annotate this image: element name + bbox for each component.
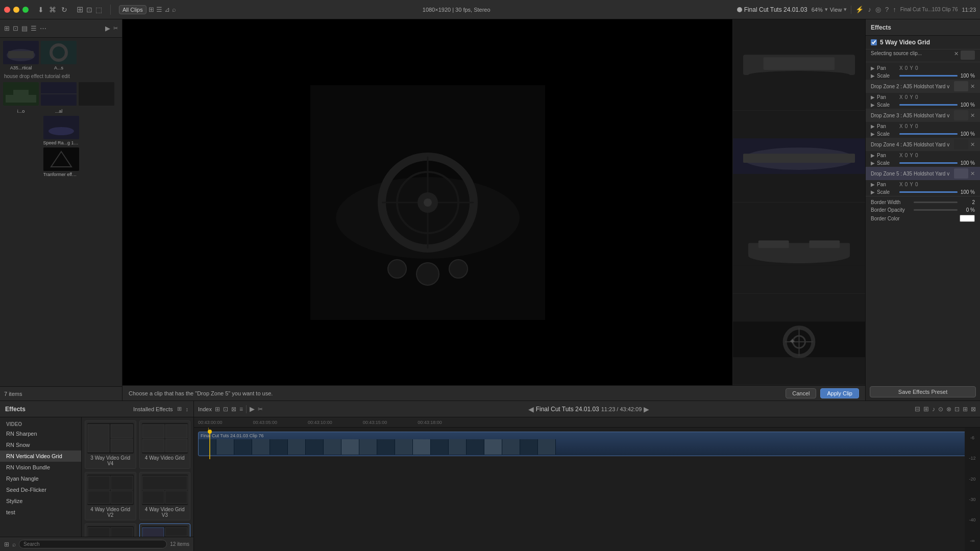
media-thumb[interactable]: Speed Ra...g 101 Edit xyxy=(3,116,119,145)
clip-cut-icon[interactable]: ✂ xyxy=(258,406,263,413)
border-width-label: Border Width xyxy=(871,199,912,205)
scale-slider[interactable] xyxy=(899,75,958,77)
view-button[interactable]: View xyxy=(830,7,842,13)
preview-area: ✦ xyxy=(122,19,865,385)
cat-rn-sharpen[interactable]: RN Sharpen xyxy=(0,428,81,439)
clip-btn[interactable]: ✂ xyxy=(113,25,118,32)
next-btn[interactable]: ▶ xyxy=(644,405,649,413)
drop-zone-2: Drop Zone 2 : A35 Holdshot Yard v ✕ xyxy=(866,80,980,93)
collapse-icon[interactable]: ▶ xyxy=(871,94,875,100)
effect-enable-checkbox[interactable] xyxy=(871,39,877,45)
filmstrip-btn[interactable]: ⊡ xyxy=(13,24,18,32)
tl-icon3[interactable]: ⊠ xyxy=(231,406,236,413)
collapse-icon[interactable]: ▶ xyxy=(871,65,875,71)
list-view-icon[interactable]: ☰ xyxy=(156,6,162,13)
dz-remove-btn[interactable]: ✕ xyxy=(970,112,975,119)
playhead-marker xyxy=(208,428,209,432)
effect-label: 4 Way Video Grid V2 xyxy=(87,507,134,518)
cat-stylize[interactable]: Stylize xyxy=(0,495,81,507)
search-lib-icon[interactable]: ⌕ xyxy=(12,541,16,548)
track-clip[interactable]: Final Cut Tuts 24.01.03 Clip 76 xyxy=(198,432,976,456)
record-icon xyxy=(737,7,742,12)
cat-test[interactable]: test xyxy=(0,507,81,518)
media-thumb[interactable]: A35...rtical xyxy=(3,41,39,70)
cat-seed[interactable]: Seed De-Flicker xyxy=(0,484,81,495)
tl-icon4[interactable]: ≡ xyxy=(239,406,243,413)
effect-3way-v4[interactable]: 3 Way Video Grid V4 xyxy=(85,420,136,469)
search-icon[interactable]: ⌕ xyxy=(172,6,176,13)
grid-view-icon[interactable]: ⊞ xyxy=(149,6,154,13)
cat-ryan-nangle[interactable]: Ryan Nangle xyxy=(0,473,81,484)
thumb-label: A...s xyxy=(41,65,77,70)
preview-side: ✦ xyxy=(732,19,865,385)
border-opacity-slider[interactable] xyxy=(914,209,958,211)
sync-icon[interactable]: ↻ xyxy=(61,6,67,14)
tl-snap-icon[interactable]: ⊡ xyxy=(954,406,960,413)
border-opacity-row: Border Opacity 0 % xyxy=(871,206,975,214)
cat-rn-vertical[interactable]: RN Vertical Video Grid xyxy=(0,450,81,462)
media-thumb[interactable] xyxy=(79,82,114,107)
close-button[interactable] xyxy=(4,7,10,13)
dz-remove-btn[interactable]: ✕ xyxy=(970,170,975,177)
tl-icon1[interactable]: ⊞ xyxy=(215,406,220,413)
download-icon[interactable]: ⬇ xyxy=(38,6,44,14)
effect-4way-v3[interactable]: 4 Way Video Grid V3 xyxy=(139,472,191,520)
border-width-row: Border Width 2 xyxy=(871,198,975,206)
media-thumb[interactable]: Tranformer effect edit xyxy=(3,147,119,177)
effect-5way[interactable]: 5 Way Video Grid xyxy=(139,523,191,537)
sort-btn[interactable]: ☰ xyxy=(31,24,37,32)
search-input[interactable] xyxy=(19,540,167,548)
minimize-button[interactable] xyxy=(13,7,19,13)
zoom-dropdown-icon[interactable]: ▾ xyxy=(825,6,828,13)
media-thumb[interactable] xyxy=(3,82,39,107)
scale-slider-4[interactable] xyxy=(899,162,958,164)
effect-name: 5 Way Video Grid xyxy=(880,39,930,46)
tl-zoom-in[interactable]: ⊞ xyxy=(923,405,929,413)
sort2-button[interactable]: ↕ xyxy=(186,406,189,412)
dz-remove-btn[interactable]: ✕ xyxy=(970,141,975,148)
border-color-swatch[interactable] xyxy=(960,215,975,222)
tl-fullscreen-icon[interactable]: ⊠ xyxy=(971,406,976,413)
sort-button[interactable]: ⊞ xyxy=(177,406,182,412)
dz-remove-btn[interactable]: ✕ xyxy=(970,83,975,90)
scale-slider-3[interactable] xyxy=(899,133,958,135)
maximize-button[interactable] xyxy=(22,7,29,13)
apply-clip-button[interactable]: Apply Clip xyxy=(820,388,859,398)
dz1-x-btn[interactable]: ✕ xyxy=(954,51,959,57)
list-view-btn[interactable]: ⊞ xyxy=(4,24,10,32)
index-btn[interactable]: Index xyxy=(198,406,212,412)
tl-icon2[interactable]: ⊡ xyxy=(223,406,228,413)
tl-zoom-out[interactable]: ⊟ xyxy=(915,405,920,413)
scale-slider-2[interactable] xyxy=(899,104,958,106)
clip-arrow-icon[interactable]: ▶ xyxy=(250,405,255,413)
filter-icon[interactable]: ⊿ xyxy=(164,6,170,13)
audio-icon: ♪ xyxy=(868,6,871,13)
cat-rn-vision[interactable]: RN Vision Bundle xyxy=(0,462,81,473)
titlebar-tools: ⬇ ⌘ ↻ xyxy=(38,6,67,14)
effect-4way[interactable]: 4 Way Video Grid xyxy=(139,420,191,469)
side-video-2 xyxy=(733,111,865,202)
media-thumb xyxy=(79,109,114,114)
cancel-button[interactable]: Cancel xyxy=(786,388,816,398)
border-width-slider[interactable] xyxy=(914,202,958,203)
effect-4way-v2[interactable]: 4 Way Video Grid V2 xyxy=(85,472,136,520)
play-btn[interactable]: ▶ xyxy=(105,24,110,32)
tl-more-icon[interactable]: ⊞ xyxy=(963,406,968,413)
media-thumb[interactable] xyxy=(41,82,77,107)
media-thumb[interactable]: A...s xyxy=(41,41,77,70)
grid-btn[interactable]: ▤ xyxy=(21,24,28,32)
prev-btn[interactable]: ◀ xyxy=(528,405,534,413)
tl-mute-icon[interactable]: ⊗ xyxy=(946,406,951,413)
tl-audio-icon[interactable]: ♪ xyxy=(932,406,935,413)
view-dropdown-icon[interactable]: ▾ xyxy=(844,6,847,13)
key-icon[interactable]: ⌘ xyxy=(49,6,56,14)
save-preset-button[interactable]: Save Effects Preset xyxy=(870,386,976,397)
effect-4way-v4[interactable]: 4 Way Video Grid V4 xyxy=(85,523,136,537)
all-clips-dropdown[interactable]: All Clips xyxy=(119,5,146,14)
scale-slider-5[interactable] xyxy=(899,191,958,193)
tl-solo-icon[interactable]: ⊙ xyxy=(938,406,943,413)
more-btn[interactable]: ⋯ xyxy=(40,24,46,32)
collapse-icon[interactable]: ▶ xyxy=(871,73,875,79)
grid-icon[interactable]: ⊞ xyxy=(4,541,9,548)
cat-rn-snow[interactable]: RN Snow xyxy=(0,439,81,450)
